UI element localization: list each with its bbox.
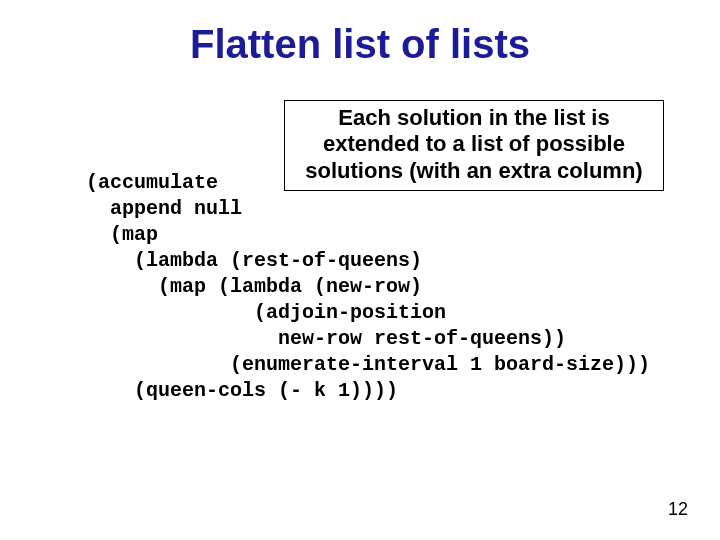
code-block: (accumulate append null (map (lambda (re… <box>86 170 650 404</box>
slide: Flatten list of lists Each solution in t… <box>0 0 720 540</box>
page-number: 12 <box>668 499 688 520</box>
slide-title: Flatten list of lists <box>0 22 720 67</box>
